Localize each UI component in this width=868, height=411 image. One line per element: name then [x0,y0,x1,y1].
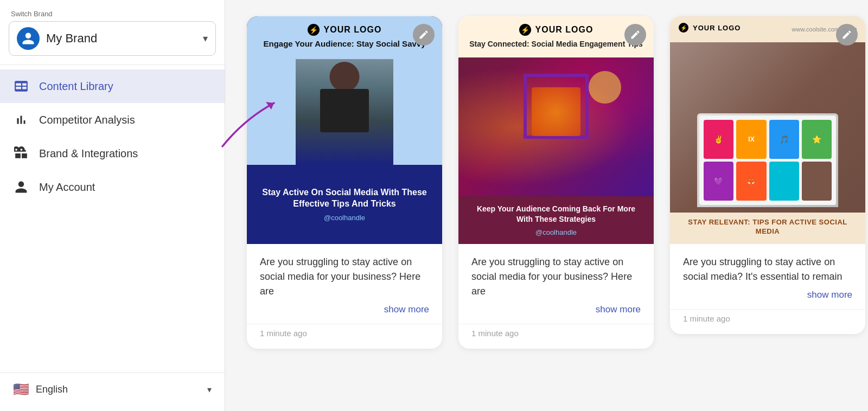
card-1-edit-button[interactable] [413,24,435,46]
sidebar-item-label-competitor-analysis: Competitor Analysis [39,114,135,126]
brand-selector[interactable]: My Brand ▾ [9,21,216,56]
card-2-image-area: ⚡ YOUR LOGO Stay Connected: Social Media… [458,16,654,244]
card-3-description: Are you struggling to stay active on soc… [683,255,852,284]
card-3-show-more-button[interactable]: show more [670,288,865,307]
language-label: English [36,384,201,395]
card-2-visual: ⚡ YOUR LOGO Stay Connected: Social Media… [458,16,654,244]
card-1-image-area: ⚡ YOUR LOGO Engage Your Audience: Stay S… [247,16,442,244]
logo-bolt-icon: ⚡ [308,24,320,36]
card-2-bottom: Keep Your Audience Coming Back For More … [458,196,654,244]
user-icon [21,31,35,46]
card-1-bottom-text: Stay Active On Social Media With These E… [258,187,431,210]
logo-bolt-icon-3: ⚡ [679,23,688,33]
card-3-website: www.coolsite.com [792,26,839,33]
language-selector[interactable]: 🇺🇸 English ▾ [0,373,225,406]
sidebar-item-brand-integrations[interactable]: Brand & Integrations [0,137,225,170]
account-icon [13,179,29,195]
main-content: ⚡ YOUR LOGO Engage Your Audience: Stay S… [225,0,868,411]
card-2-headline: Stay Connected: Social Media Engagement … [469,39,642,49]
sidebar-item-my-account[interactable]: My Account [0,170,225,204]
sidebar-item-label-my-account: My Account [39,181,95,194]
content-library-icon [13,78,29,94]
chevron-down-icon: ▾ [207,384,212,395]
brand-icon [13,145,29,162]
card-2-show-more-button[interactable]: show more [458,303,654,322]
sidebar-divider [0,65,225,65]
card-1-bottom: Stay Active On Social Media With These E… [247,165,442,244]
card-3-bottom: STAY RELEVANT: TIPS FOR ACTIVE SOCIAL ME… [670,213,865,244]
chevron-down-icon: ▾ [203,33,208,44]
card-3-photo: ✌️ IX 🎵 ⭐ 💜 🦊 [670,42,865,213]
card-2-logo-text: YOUR LOGO [535,25,593,35]
sidebar-item-competitor-analysis[interactable]: Competitor Analysis [0,103,225,137]
card-2-photo-inner [458,57,654,196]
flag-icon: 🇺🇸 [13,382,29,397]
card-3-logo-text: YOUR LOGO [693,24,741,32]
card-1-headline: Engage Your Audience: Stay Social Savvy [264,39,426,48]
card-1-logo: ⚡ YOUR LOGO [308,24,382,36]
content-card-3: ⚡ YOUR LOGO www.coolsite.com [670,16,865,334]
card-1-timestamp: 1 minute ago [247,324,442,349]
card-2-description: Are you struggling to stay active on soc… [471,255,641,299]
card-2-edit-button[interactable] [624,24,646,46]
content-card-2: ⚡ YOUR LOGO Stay Connected: Social Media… [458,16,654,349]
card-3-visual: ⚡ YOUR LOGO www.coolsite.com [670,16,865,244]
competitor-icon [13,112,29,128]
logo-bolt-icon-2: ⚡ [519,24,531,36]
card-3-timestamp: 1 minute ago [670,309,865,334]
sidebar-item-content-library[interactable]: Content Library [0,69,225,103]
brand-name: My Brand [46,31,203,46]
avatar [17,27,40,50]
card-3-image-area: ⚡ YOUR LOGO www.coolsite.com [670,16,865,244]
sidebar: Switch Brand My Brand ▾ Content Library [0,0,225,411]
card-2-photo [458,57,654,196]
card-1-visual: ⚡ YOUR LOGO Engage Your Audience: Stay S… [247,16,442,244]
card-3-text-area: Are you struggling to stay active on soc… [670,244,865,288]
content-card-1: ⚡ YOUR LOGO Engage Your Audience: Stay S… [247,16,442,349]
card-2-bottom-text: Keep Your Audience Coming Back For More … [469,204,643,225]
card-1-logo-text: YOUR LOGO [324,25,382,35]
card-1-text-area: Are you struggling to stay active on soc… [247,244,442,303]
sidebar-item-label-brand-integrations: Brand & Integrations [39,147,138,160]
card-3-title: STAY RELEVANT: TIPS FOR ACTIVE SOCIAL ME… [679,218,857,236]
card-3-edit-button[interactable] [836,24,858,46]
card-2-handle: @coolhandle [469,228,643,236]
card-2-text-area: Are you struggling to stay active on soc… [458,244,654,303]
sidebar-bottom: 🇺🇸 English ▾ [0,367,225,411]
card-2-logo: ⚡ YOUR LOGO [519,24,593,36]
switch-brand-label: Switch Brand [0,0,225,21]
card-1-show-more-button[interactable]: show more [247,303,442,322]
card-3-logo: ⚡ YOUR LOGO [679,23,741,33]
card-1-handle: @coolhandle [324,214,365,222]
card-1-description: Are you struggling to stay active on soc… [260,255,429,299]
card-3-header: ⚡ YOUR LOGO www.coolsite.com [670,16,865,42]
sidebar-nav: Content Library Competitor Analysis Bran… [0,69,225,204]
sidebar-item-label-content-library: Content Library [39,80,113,93]
card-2-timestamp: 1 minute ago [458,324,654,349]
